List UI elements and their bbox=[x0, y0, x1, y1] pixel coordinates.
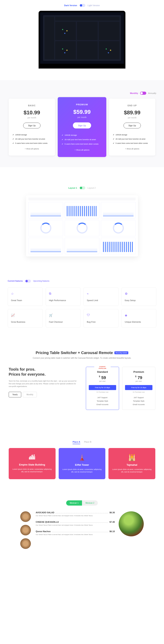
layout2-label[interactable]: Layout 2 bbox=[88, 187, 96, 189]
place-name: Empire State Building bbox=[13, 463, 52, 466]
place-name: Eiffel Tower bbox=[63, 464, 102, 466]
plan-feature: Template Style bbox=[89, 399, 116, 403]
signup-button[interactable]: Sign Up bbox=[23, 123, 40, 128]
place-card[interactable]: 🕌 Tajmahal Lorem ipsum dolor sit amet, c… bbox=[108, 448, 155, 479]
switcher-left-panel: Tools for pros. Prices for everyone. Tes… bbox=[9, 367, 78, 397]
plan-period: per month bbox=[113, 117, 151, 119]
billing-toggle-switch[interactable] bbox=[140, 92, 146, 95]
feature-card: 🛒Fast Checkout bbox=[46, 309, 81, 328]
tab-mexican-1[interactable]: Mexican 1 bbox=[66, 500, 82, 506]
plan-price: $10.99 bbox=[13, 110, 51, 116]
annually-label[interactable]: Annually bbox=[148, 92, 156, 94]
layout-toggle-switch[interactable] bbox=[79, 186, 85, 190]
menu-item-description: Our Street Tacos Plate is served fast, b… bbox=[36, 524, 115, 526]
dark-version-label[interactable]: Dark Version bbox=[64, 4, 77, 6]
menu-item-description: Our Street Tacos Plate is served fast, b… bbox=[36, 534, 115, 536]
laptop-mockup bbox=[0, 11, 164, 80]
places-tabs: Place A Place B bbox=[8, 433, 156, 448]
menu-section: Mexican 1 Mexican 2 AVOCADO SALAD $6.30 … bbox=[0, 491, 164, 558]
plan-card-premium: Premium $ 79 per user Free try for 15 da… bbox=[122, 367, 155, 410]
info-widget bbox=[99, 22, 119, 40]
feature-title: High Performance bbox=[49, 299, 77, 302]
feature-card: 📈Grow Business bbox=[8, 309, 43, 328]
line-chart-2 bbox=[28, 238, 63, 254]
dashboard-header bbox=[55, 17, 119, 20]
period-buttons: Yearly Monthly bbox=[9, 392, 78, 397]
plan-period: per month bbox=[13, 117, 51, 119]
light-version-label[interactable]: Light Version bbox=[88, 4, 100, 6]
donut-chart-2 bbox=[65, 220, 99, 236]
current-features-label[interactable]: Current features bbox=[8, 280, 23, 282]
theme-toggle-switch[interactable] bbox=[79, 4, 85, 7]
check-icon: ✔ bbox=[62, 134, 63, 137]
feature-icon: ⚙ bbox=[125, 292, 130, 297]
pricing-card-end up: END UP $89.99 per month Sign Up ✔100GB s… bbox=[109, 98, 155, 156]
show-all-link[interactable]: + Show all options bbox=[113, 148, 151, 150]
map-widget-2 bbox=[55, 41, 76, 60]
menu-item-name: CHEESE QUESADILLA bbox=[36, 521, 59, 523]
place-icon: 🗼 bbox=[63, 454, 102, 461]
chart-widget bbox=[77, 41, 98, 60]
free-trial-button[interactable]: Free try for 15 days bbox=[89, 385, 116, 390]
plan-per: per user bbox=[125, 380, 152, 382]
check-icon: ✔ bbox=[13, 133, 14, 136]
line-chart-3 bbox=[65, 238, 99, 254]
bar-chart bbox=[65, 202, 99, 218]
upcoming-features-label[interactable]: Upcoming features bbox=[33, 280, 49, 282]
feature-icon: 🛡 bbox=[87, 314, 92, 318]
monthly-label[interactable]: Monthly bbox=[130, 92, 138, 94]
yearly-button[interactable]: Yearly bbox=[9, 392, 21, 397]
feature-title: Grow Business bbox=[11, 321, 39, 323]
features-toggle-switch[interactable] bbox=[25, 280, 31, 283]
most-popular-badge: ★ MOST POPULAR bbox=[94, 366, 111, 370]
switcher-title: Pricing Table Switcher + Carousal Remote… bbox=[36, 350, 128, 355]
check-icon: ✔ bbox=[113, 142, 114, 145]
menu-hero-image bbox=[119, 511, 144, 536]
feature-icon: 🛒 bbox=[49, 314, 54, 318]
plan-period: per month bbox=[62, 116, 102, 118]
check-icon: ✔ bbox=[62, 138, 63, 141]
show-all-link[interactable]: + Show all options bbox=[62, 149, 102, 151]
billing-toggle-row: Monthly Annually bbox=[8, 92, 156, 95]
feature-icon: 📈 bbox=[11, 314, 16, 318]
feature-item: ✔20 Add your text here loremlor sit amet bbox=[113, 138, 151, 140]
plan-name: PREMIUM bbox=[62, 103, 102, 106]
menu-item-name: Queso Nachos bbox=[36, 530, 51, 532]
feature-title: Easy Setup bbox=[125, 299, 153, 302]
dashboard-mockup bbox=[26, 195, 138, 256]
menu-thumbnail bbox=[20, 538, 31, 549]
monthly-button[interactable]: Monthly bbox=[23, 392, 37, 397]
menu-item-name: AVOCADO SALAD bbox=[36, 511, 54, 514]
plan-price: $ 59 bbox=[89, 375, 116, 380]
place-card[interactable]: 🗼 Eiffel Tower Lorem ipsum dolor sit ame… bbox=[59, 448, 106, 479]
layout1-label[interactable]: Layout 1 bbox=[68, 187, 77, 189]
tab-mexican-2[interactable]: Mexican 2 bbox=[82, 500, 98, 506]
purchase-link[interactable]: Or Purchase now bbox=[89, 391, 116, 393]
check-icon: ✔ bbox=[13, 138, 14, 140]
signup-button[interactable]: Sign Up bbox=[73, 122, 91, 128]
features-section: Current features Upcoming features ☆Grea… bbox=[0, 268, 164, 339]
tab-place-a[interactable]: Place A bbox=[73, 441, 80, 444]
plan-feature: 24/7 Support bbox=[89, 396, 116, 399]
purchase-link[interactable]: Or Purchase now bbox=[125, 391, 152, 393]
check-icon: ✔ bbox=[13, 142, 14, 145]
free-trial-button[interactable]: Free try for 15 days bbox=[125, 385, 152, 390]
map-widget bbox=[55, 22, 76, 40]
pricing-section-1: Monthly Annually BASIC $10.99 per month … bbox=[0, 80, 164, 167]
feature-card: ☆Great Team bbox=[8, 288, 43, 306]
feature-card: ⚙Easy Setup bbox=[121, 288, 156, 306]
menu-item: CHEESE QUESADILLA $7.40 Our Street Tacos… bbox=[36, 521, 115, 526]
map-widget-3 bbox=[99, 41, 119, 60]
place-description: Lorem ipsum dolor sit amet, consectetur … bbox=[13, 468, 52, 473]
feature-item: ✔100GB storage bbox=[62, 134, 102, 137]
feature-item: ✔5 users here come text lorem dolor cons… bbox=[13, 142, 51, 145]
place-card[interactable]: 🏙 Empire State Building Lorem ipsum dolo… bbox=[9, 448, 56, 479]
feature-item: ✔20 Add your text here loremlor sit amet bbox=[13, 138, 51, 140]
signup-button[interactable]: Sign Up bbox=[123, 123, 141, 128]
menu-item-description: Our Street Tacos Plate is served fast, b… bbox=[36, 514, 115, 517]
show-all-link[interactable]: + Show all options bbox=[13, 148, 51, 150]
tab-place-b[interactable]: Place B bbox=[84, 441, 91, 444]
place-description: Lorem ipsum dolor sit amet, consectetur … bbox=[112, 468, 151, 474]
feature-card: ⌁Speed Limit bbox=[84, 288, 118, 306]
place-icon: 🕌 bbox=[112, 454, 151, 461]
